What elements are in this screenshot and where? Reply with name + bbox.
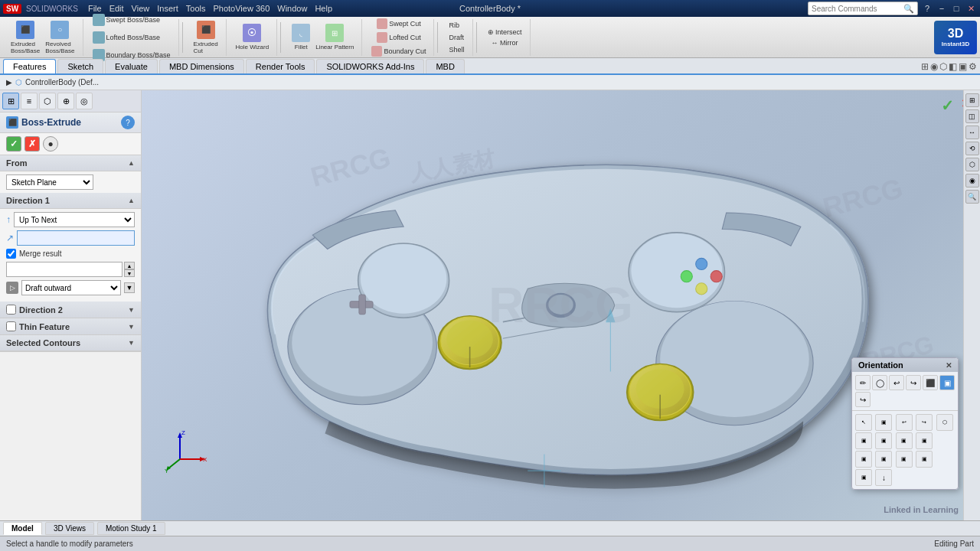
from-toggle[interactable]: ▲	[128, 159, 135, 167]
view-icon-5[interactable]: ▣	[959, 61, 967, 72]
ok-button[interactable]: ✓	[6, 136, 21, 152]
bottom-tab-motion-study[interactable]: Motion Study 1	[97, 522, 165, 535]
direction-input[interactable]	[17, 230, 135, 246]
tab-features[interactable]: Features	[3, 59, 56, 73]
panel-icon-propertymgr[interactable]: ≡	[21, 93, 38, 109]
orient-tool-7[interactable]: ↪	[855, 392, 871, 407]
linear-pattern-btn[interactable]: ⊞ Linear Pattern	[314, 22, 355, 52]
view-tool-5[interactable]: ⬡	[965, 158, 979, 171]
spin-up-btn[interactable]: ▲	[124, 262, 135, 269]
from-section-header[interactable]: From ▲	[0, 155, 141, 171]
rib-btn[interactable]: Rib	[447, 20, 466, 31]
orient-view-7[interactable]: ▣	[855, 451, 872, 468]
view-tool-3[interactable]: ↔	[965, 126, 979, 139]
merge-result-checkbox[interactable]	[6, 249, 16, 259]
viewport[interactable]: RRCG 人人素材 RRCG 人人素材 RRCG RRCG 人人素材	[142, 90, 980, 520]
extruded-cut-btn[interactable]: ⬛ ExtrudedCut	[192, 19, 220, 56]
orient-tool-1[interactable]: ✏	[855, 375, 871, 390]
orient-view-10[interactable]: ▣	[916, 451, 933, 468]
view-tool-6[interactable]: ◉	[965, 174, 979, 187]
spin-down-btn[interactable]: ▼	[124, 269, 135, 277]
menu-tools[interactable]: Tools	[182, 4, 210, 13]
close-button[interactable]: ✕	[965, 2, 977, 15]
selected-contours-header[interactable]: Selected Contours ▼	[0, 335, 141, 351]
direction2-checkbox[interactable]	[6, 305, 16, 315]
orient-view-bottom[interactable]: ↪	[916, 414, 933, 431]
tab-sketch[interactable]: Sketch	[57, 59, 103, 73]
draft-dropdown[interactable]: Draft outward	[21, 280, 121, 295]
minimize-button[interactable]: −	[936, 2, 948, 15]
view-icon-4[interactable]: ◧	[949, 61, 957, 72]
search-icon[interactable]: 🔍	[903, 4, 914, 14]
view-tool-7[interactable]: 🔍	[965, 190, 979, 204]
direction1-section-header[interactable]: Direction 1 ▲	[0, 193, 141, 209]
view-icon-3[interactable]: ⬡	[939, 61, 947, 72]
tab-render-tools[interactable]: Render Tools	[246, 59, 315, 73]
thin-feature-toggle[interactable]: ▼	[128, 323, 135, 331]
panel-icon-displaymgr[interactable]: ◎	[76, 93, 93, 109]
orient-view-top[interactable]: ▣	[875, 414, 892, 431]
swept-cut-btn[interactable]: Swept Cut	[375, 17, 423, 31]
revolved-boss-btn[interactable]: ○ RevolvedBoss/Base	[44, 19, 76, 56]
orient-tool-5[interactable]: ⬛	[923, 375, 938, 390]
view-tool-1[interactable]: ⊞	[965, 93, 979, 107]
view-tool-4[interactable]: ⟲	[965, 142, 979, 155]
orientation-close-button[interactable]: ✕	[946, 361, 952, 370]
view-icon-2[interactable]: ◉	[930, 61, 938, 72]
extruded-boss-btn[interactable]: ⬛ ExtrudedBoss/Base	[9, 19, 41, 56]
draft-btn[interactable]: Draft	[447, 32, 466, 43]
from-dropdown[interactable]: Sketch Plane Surface/Face/Plane Vertex O…	[6, 174, 93, 190]
mirror-btn[interactable]: ↔ Mirror	[490, 37, 520, 48]
intersect-btn[interactable]: ⊕ Intersect	[486, 27, 524, 37]
orient-view-8[interactable]: ▣	[875, 451, 892, 468]
view-tool-2[interactable]: ◫	[965, 109, 979, 123]
view-icon-1[interactable]: ⊞	[921, 61, 929, 72]
thin-feature-section-header[interactable]: Thin Feature ▼	[0, 318, 141, 335]
lofted-cut-btn[interactable]: Lofted Cut	[375, 31, 423, 44]
orient-tool-2[interactable]: ◯	[872, 375, 887, 390]
settings-icon[interactable]: ⚙	[969, 61, 977, 72]
search-input[interactable]	[812, 5, 903, 13]
maximize-button[interactable]: □	[950, 2, 962, 15]
accept-button[interactable]: ✓	[941, 96, 954, 115]
orient-scroll-down[interactable]: ↓	[875, 469, 892, 486]
help-button[interactable]: ?	[121, 116, 135, 129]
thin-feature-checkbox[interactable]	[6, 321, 16, 331]
swept-boss-btn[interactable]: Swept Boss/Base	[91, 12, 172, 28]
direction2-toggle[interactable]: ▼	[128, 306, 135, 314]
panel-icon-dimmgr[interactable]: ⊕	[57, 93, 74, 109]
direction2-section-header[interactable]: Direction 2 ▼	[0, 302, 141, 318]
orient-view-6[interactable]: ▣	[916, 432, 933, 449]
orient-tool-4[interactable]: ↪	[906, 375, 921, 390]
bottom-tab-model[interactable]: Model	[3, 522, 42, 535]
lofted-boss-btn[interactable]: Lofted Boss/Base	[91, 30, 172, 45]
tab-evaluate[interactable]: Evaluate	[105, 59, 158, 73]
instant3d-btn[interactable]: 3D Instant3D	[934, 21, 977, 54]
hole-wizard-btn[interactable]: ⦿ Hole Wizard	[234, 22, 271, 52]
orient-view-back[interactable]: ↩	[896, 414, 913, 431]
tab-mbd-dimensions[interactable]: MBD Dimensions	[159, 59, 244, 73]
orient-view-11[interactable]: ▣	[855, 469, 872, 486]
flip-side-input[interactable]	[6, 262, 122, 277]
panel-icon-configmgr[interactable]: ⬡	[39, 93, 56, 109]
menu-photoview[interactable]: PhotoView 360	[209, 4, 273, 13]
direction1-toggle[interactable]: ▲	[128, 197, 135, 204]
tab-solidworks-addins[interactable]: SOLIDWORKS Add-Ins	[316, 59, 424, 73]
shell-btn[interactable]: Shell	[447, 44, 466, 55]
direction-type-dropdown[interactable]: Up To Next Blind Up To Vertex Up To Surf…	[14, 212, 135, 227]
orient-view-9[interactable]: ▣	[896, 451, 913, 468]
orient-tool-3[interactable]: ↩	[889, 375, 904, 390]
help-icon[interactable]: ?	[921, 2, 933, 15]
tab-mbd[interactable]: MBD	[426, 59, 464, 73]
fillet-btn[interactable]: ◟ Fillet	[290, 22, 312, 52]
preview-button[interactable]: ●	[43, 136, 58, 152]
boundary-cut-btn[interactable]: Boundary Cut	[370, 44, 427, 58]
selected-contours-toggle[interactable]: ▼	[128, 339, 135, 347]
orient-tool-6[interactable]: ▣	[939, 375, 955, 390]
cancel-button[interactable]: ✗	[24, 136, 40, 152]
bottom-tab-3d-views[interactable]: 3D Views	[45, 522, 94, 535]
orient-view-left[interactable]: ▣	[855, 432, 872, 449]
orient-view-right[interactable]: ▣	[875, 432, 892, 449]
panel-icon-featuremgr[interactable]: ⊞	[2, 93, 19, 109]
menu-window[interactable]: Window	[273, 4, 311, 13]
